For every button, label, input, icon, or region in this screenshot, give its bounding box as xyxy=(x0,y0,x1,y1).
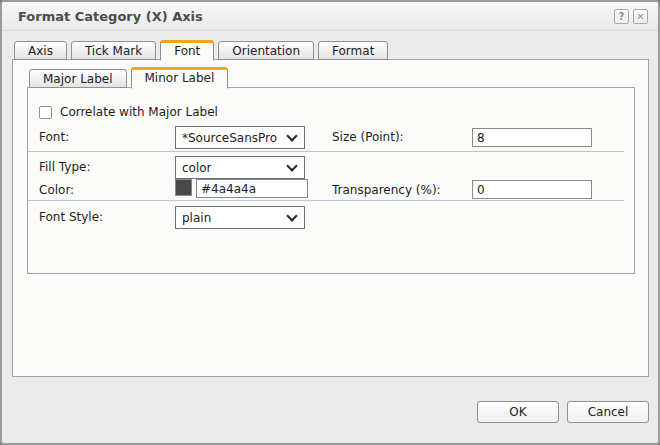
main-tab-bar: Axis Tick Mark Font Orientation Format xyxy=(14,39,392,60)
chevron-down-icon xyxy=(286,160,297,171)
size-input[interactable] xyxy=(472,128,592,147)
correlate-checkbox[interactable] xyxy=(39,106,52,119)
fill-type-dropdown[interactable]: color xyxy=(175,156,305,179)
tab-orientation[interactable]: Orientation xyxy=(218,41,314,60)
tab-font[interactable]: Font xyxy=(160,40,214,61)
font-style-label: Font Style: xyxy=(39,210,103,224)
tab-minor-label[interactable]: Minor Label xyxy=(131,67,229,89)
tab-axis[interactable]: Axis xyxy=(14,41,67,60)
chevron-down-icon xyxy=(286,130,297,141)
fill-type-dropdown-value: color xyxy=(176,161,286,175)
format-axis-dialog: Format Category (X) Axis ? ✕ Axis Tick M… xyxy=(0,0,660,445)
ok-button[interactable]: OK xyxy=(477,401,559,423)
color-swatch[interactable] xyxy=(175,179,192,196)
dialog-title: Format Category (X) Axis xyxy=(18,2,203,31)
label-sub-tab-bar: Major Label Minor Label xyxy=(29,66,232,88)
cancel-button[interactable]: Cancel xyxy=(567,401,649,423)
color-label: Color: xyxy=(39,183,74,197)
color-input[interactable] xyxy=(196,179,308,198)
tab-tick-mark[interactable]: Tick Mark xyxy=(71,41,156,60)
font-style-dropdown[interactable]: plain xyxy=(175,206,305,229)
chevron-down-icon xyxy=(286,210,297,221)
separator xyxy=(28,200,624,201)
close-icon[interactable]: ✕ xyxy=(633,9,648,24)
font-style-dropdown-value: plain xyxy=(176,211,286,225)
separator xyxy=(28,151,624,152)
dialog-titlebar: Format Category (X) Axis ? ✕ xyxy=(2,2,658,31)
font-dropdown[interactable]: *SourceSansPro xyxy=(175,126,305,149)
fill-type-label: Fill Type: xyxy=(39,160,90,174)
font-label: Font: xyxy=(39,130,69,144)
transparency-label: Transparency (%): xyxy=(332,183,441,197)
tab-major-label[interactable]: Major Label xyxy=(29,69,127,88)
font-dropdown-value: *SourceSansPro xyxy=(176,131,286,145)
tab-format[interactable]: Format xyxy=(318,41,388,60)
correlate-checkbox-label: Correlate with Major Label xyxy=(60,105,218,119)
size-label: Size (Point): xyxy=(332,130,404,144)
transparency-input[interactable] xyxy=(472,180,592,199)
help-icon[interactable]: ? xyxy=(614,9,629,24)
